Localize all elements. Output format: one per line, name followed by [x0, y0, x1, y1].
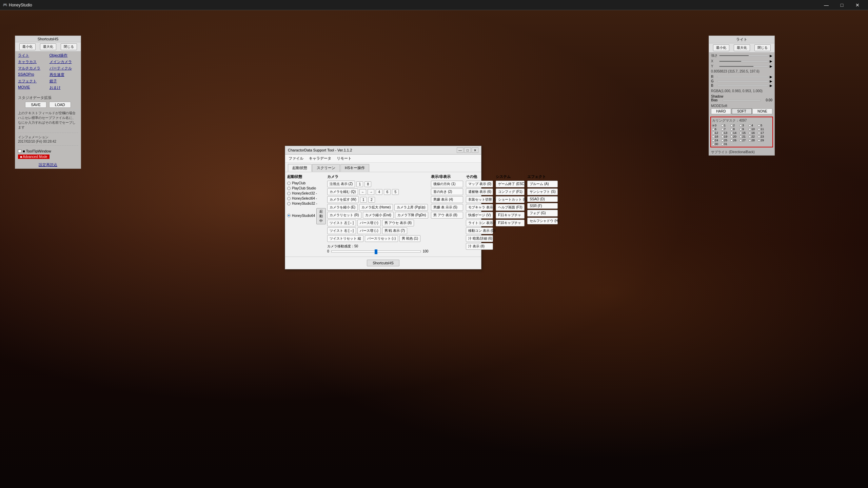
culling-item-30[interactable]: 30 — [712, 142, 721, 146]
hard-btn[interactable]: HARD — [711, 108, 731, 114]
other-light-btn[interactable]: ライトコン 表示 (U) — [466, 220, 493, 226]
culling-item-3[interactable]: 3 — [739, 124, 748, 127]
startup-option-5[interactable]: HoneyStudio64起動中 — [287, 206, 324, 225]
culling-item-22[interactable]: 22 — [749, 135, 757, 138]
sc-mirror[interactable]: 鏡子 — [48, 78, 80, 84]
cam-pgdn-btn[interactable]: カメラ下降 (PgDn) — [395, 212, 428, 219]
culling-item-12[interactable]: 12 — [712, 131, 721, 135]
culling-item-26[interactable]: 26 — [730, 139, 739, 142]
sc-movie[interactable]: MOVIE — [17, 84, 48, 91]
tooltip-window-option[interactable]: ■ ToolTipWindow — [18, 148, 78, 154]
culling-item-25[interactable]: 25 — [721, 139, 730, 142]
effect-shadow-btn[interactable]: セルフシャドウ (H) — [527, 218, 558, 224]
cam-5-btn[interactable]: 5 — [392, 189, 399, 195]
cam-n2-btn[interactable]: 2 — [368, 197, 375, 203]
cam-pgup-btn[interactable]: カメラ上昇 (PgUp) — [394, 204, 428, 211]
cam-4-btn[interactable]: 4 — [376, 189, 382, 195]
cam-q-btn[interactable]: カメラを縮む (Q) — [327, 188, 358, 195]
cam-pers-up-btn[interactable]: パース増 (↑) — [357, 220, 380, 226]
effect-fog-btn[interactable]: フォグ (G) — [527, 210, 558, 217]
main-close-btn[interactable]: ✕ — [850, 0, 865, 10]
sc-object[interactable]: Object操作 — [48, 52, 80, 59]
bias-slider[interactable] — [723, 100, 761, 101]
startup-option-2[interactable]: HoneySelect32 - — [287, 191, 324, 196]
culling-item-8[interactable]: 8 — [730, 127, 739, 131]
culling-item-0[interactable]: 0 — [712, 124, 721, 127]
light-close[interactable]: 閉じる — [754, 44, 771, 51]
culling-item-21[interactable]: 21 — [739, 135, 748, 138]
culling-item-7[interactable]: 7 — [721, 127, 730, 131]
culling-item-2[interactable]: 2 — [730, 124, 739, 127]
culling-item-31[interactable]: 31 — [721, 142, 730, 146]
culling-item-28[interactable]: 28 — [749, 139, 757, 142]
y-slider[interactable] — [719, 66, 768, 67]
y-right-arrow[interactable]: ▶ — [770, 64, 772, 68]
cam-8-btn[interactable]: 8 — [364, 181, 371, 187]
culling-item-27[interactable]: 27 — [739, 139, 748, 142]
culling-item-13[interactable]: 13 — [721, 131, 730, 135]
sc-effect[interactable]: エフェクト — [17, 78, 48, 84]
cam-twist-l-btn[interactable]: ツイスト 左 [←] — [327, 220, 356, 226]
light-maximize[interactable]: 最大化 — [734, 44, 750, 51]
main-minimize-btn[interactable]: — — [818, 0, 834, 10]
advanced-mode-badge[interactable]: ■ Advanced Mode — [18, 155, 50, 159]
speed-track[interactable] — [331, 250, 421, 252]
soft-btn[interactable]: SOFT — [732, 108, 752, 114]
other-juice2-btn[interactable]: 汁 表示 (8) — [466, 243, 493, 250]
startup-option-1[interactable]: PlayClub Studio — [287, 186, 324, 191]
culling-item-18[interactable]: 18 — [712, 135, 721, 138]
shortcuts-maximize[interactable]: 最大化 — [40, 43, 56, 50]
tab-screen[interactable]: スクリーン — [312, 164, 340, 172]
main-maximize-btn[interactable]: □ — [834, 0, 850, 10]
culling-item-20[interactable]: 20 — [730, 135, 739, 138]
x-slider[interactable] — [719, 61, 768, 62]
r-arrow[interactable]: ▶ — [770, 75, 772, 79]
g-arrow[interactable]: ▶ — [770, 79, 772, 83]
cam-end-btn[interactable]: カメラ縮小 (End) — [363, 212, 394, 219]
startup-option-3[interactable]: HoneySelect64 - — [287, 196, 324, 201]
tool-close-btn[interactable]: ✕ — [472, 147, 478, 153]
other-gauge-btn[interactable]: 快感ゲージ (V) — [466, 212, 493, 219]
culling-item-10[interactable]: 10 — [749, 127, 757, 131]
light-minimize[interactable]: 最小化 — [713, 44, 729, 51]
cam-6-btn[interactable]: 6 — [384, 189, 391, 195]
advanced-mode-option[interactable]: ■ Advanced Mode — [18, 154, 78, 160]
sys-exit-btn[interactable]: ゲーム終了 (ESC) — [496, 181, 525, 187]
other-mob-btn[interactable]: モブキャラ 表示 (T) — [466, 204, 493, 211]
cam-twist-r-btn[interactable]: ツイスト 右 [→] — [327, 227, 356, 234]
effect-bloom-btn[interactable]: ブルーム (A) — [527, 181, 558, 187]
tool-maximize-btn[interactable]: □ — [464, 147, 471, 153]
display-male-5-btn[interactable]: 男嬢 表 示示 (5) — [431, 204, 463, 211]
shortcuts-close[interactable]: 閉じる — [61, 43, 77, 50]
culling-item-14[interactable]: 14 — [730, 131, 739, 135]
display-neck-btn[interactable]: 首の向き (2) — [431, 188, 463, 195]
other-cloth-btn[interactable]: 遺被物 表示 (6) — [466, 188, 493, 195]
settings-reload-btn[interactable]: 設定再読込 — [15, 161, 81, 168]
sys-help-btn[interactable]: ヘルプ画面 (F3) — [496, 204, 525, 211]
culling-item-24[interactable]: 24 — [712, 139, 721, 142]
startup-option-4[interactable]: HoneyStudio32 - — [287, 201, 324, 206]
cam-e-btn[interactable]: カメラを縮小 (E) — [327, 204, 358, 211]
x-right-arrow[interactable]: ▶ — [770, 59, 772, 63]
sc-light[interactable]: ライト — [17, 52, 48, 59]
display-female-btn[interactable]: 男嬢 表示 (4) — [431, 196, 463, 203]
culling-item-15[interactable]: 15 — [739, 131, 748, 135]
menu-file[interactable]: ファイル — [288, 156, 304, 161]
culling-item-17[interactable]: 17 — [758, 131, 767, 135]
sys-config-btn[interactable]: コンフィグ (F1) — [496, 188, 525, 195]
load-btn[interactable]: LOAD — [49, 102, 71, 108]
culling-item-29[interactable]: 29 — [758, 139, 767, 142]
tool-minimize-btn[interactable]: — — [457, 147, 463, 153]
b-slider[interactable] — [717, 85, 768, 86]
tab-hs-keys[interactable]: HSキー操作 — [340, 164, 369, 172]
shortcuts-hs-btn[interactable]: ShortcutsHS — [367, 260, 399, 266]
r-slider[interactable] — [717, 76, 768, 78]
shortcuts-minimize[interactable]: 最小化 — [19, 43, 36, 50]
sys-f11-btn[interactable]: F11キャプチャ — [496, 212, 525, 219]
sc-maincamera[interactable]: メインカメラ — [48, 59, 80, 65]
cam-twist-reset-btn[interactable]: ツイストリセット 縦 — [327, 235, 363, 242]
sc-charakasu[interactable]: キャラカス — [17, 59, 48, 65]
other-juice-btn[interactable]: 汁 暗黒/詳細 (6) — [466, 235, 493, 242]
sys-f10-btn[interactable]: F10キャプチャ — [496, 220, 525, 226]
sc-particle[interactable]: パーティクル — [48, 65, 80, 72]
